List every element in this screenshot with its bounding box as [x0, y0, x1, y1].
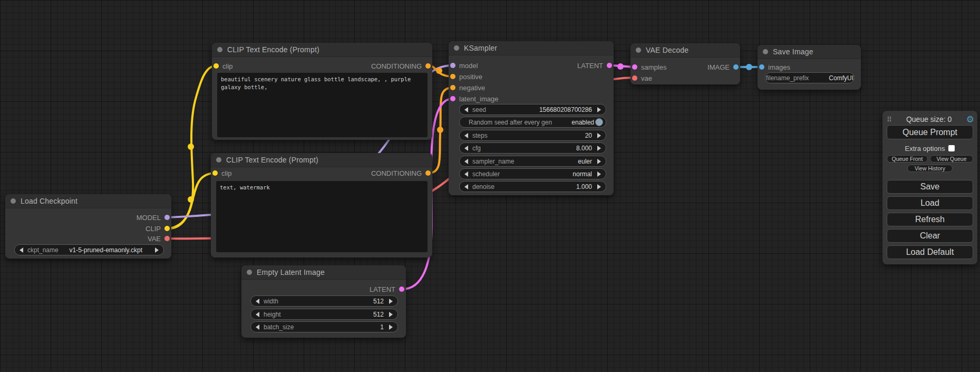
decrement-arrow-icon[interactable] [464, 184, 468, 189]
load-button[interactable]: Load [887, 196, 973, 210]
batch-size-widget[interactable]: batch_size 1 [250, 321, 398, 332]
decrement-arrow-icon[interactable] [256, 312, 259, 317]
port-row: clip CONDITIONING [211, 168, 432, 178]
load-default-button[interactable]: Load Default [887, 245, 973, 259]
steps-widget[interactable]: steps 20 [459, 130, 606, 141]
collapse-icon[interactable] [216, 157, 221, 163]
collapse-icon[interactable] [636, 47, 641, 53]
vae-input-port[interactable] [632, 75, 637, 81]
toggle-on-icon[interactable] [595, 118, 603, 126]
collapse-icon[interactable] [763, 49, 768, 54]
port-row-model: model LATENT [449, 60, 614, 71]
decrement-arrow-icon[interactable] [464, 159, 468, 164]
decrement-arrow-icon[interactable] [464, 107, 468, 112]
latent-image-input-port[interactable] [450, 96, 455, 101]
decrement-arrow-icon[interactable] [464, 133, 468, 138]
drag-handle-icon[interactable]: ⠿ [887, 116, 892, 123]
output-label-model: MODEL [137, 214, 161, 222]
save-button[interactable]: Save [887, 180, 973, 194]
port-row-negative: negative [449, 82, 614, 93]
decrement-arrow-icon[interactable] [256, 325, 259, 330]
node-vae-decode-titlebar[interactable]: VAE Decode [630, 43, 740, 58]
comfyui-canvas[interactable]: { "icons": { "settings_gear": "⚙", "drag… [0, 0, 980, 372]
seed-widget[interactable]: seed 156680208700286 [459, 104, 606, 115]
node-clip-negative-titlebar[interactable]: CLIP Text Encode (Prompt) [211, 153, 432, 167]
height-widget[interactable]: height 512 [250, 309, 398, 320]
negative-input-port[interactable] [450, 85, 455, 90]
scheduler-widget[interactable]: scheduler normal [459, 168, 606, 179]
extra-options-checkbox[interactable] [948, 145, 955, 151]
node-load-checkpoint-titlebar[interactable]: Load Checkpoint [5, 194, 171, 208]
denoise-widget[interactable]: denoise 1.000 [459, 181, 606, 192]
positive-prompt-textarea[interactable]: beautiful scenery nature glass bottle la… [217, 73, 428, 137]
increment-arrow-icon[interactable] [155, 247, 159, 253]
increment-arrow-icon[interactable] [389, 299, 393, 304]
collapse-icon[interactable] [11, 198, 16, 204]
images-input-port[interactable] [759, 64, 764, 70]
ckpt-name-widget[interactable]: ckpt_name v1-5-pruned-emaonly.ckpt [14, 244, 164, 255]
widget-value: 1 [380, 323, 384, 331]
increment-arrow-icon[interactable] [597, 184, 601, 189]
link-midpoint-dot[interactable] [188, 196, 194, 203]
decrement-arrow-icon[interactable] [464, 171, 468, 177]
collapse-icon[interactable] [217, 47, 222, 52]
positive-input-port[interactable] [450, 74, 455, 79]
collapse-icon[interactable] [454, 45, 459, 51]
link-midpoint-dot[interactable] [617, 63, 624, 70]
input-label-negative: negative [459, 84, 485, 92]
latent-output-port[interactable] [607, 63, 612, 68]
increment-arrow-icon[interactable] [597, 146, 601, 151]
vae-output-port[interactable] [164, 236, 170, 241]
increment-arrow-icon[interactable] [597, 107, 601, 112]
model-output-port[interactable] [164, 215, 170, 220]
node-clip-positive-titlebar[interactable]: CLIP Text Encode (Prompt) [212, 43, 432, 57]
decrement-arrow-icon[interactable] [20, 247, 23, 253]
negative-prompt-textarea[interactable]: text, watermark [216, 181, 428, 252]
model-input-port[interactable] [450, 63, 455, 68]
samples-input-port[interactable] [632, 64, 637, 70]
view-history-button[interactable]: View History [907, 165, 953, 172]
clip-input-port[interactable] [212, 170, 218, 176]
conditioning-output-port[interactable] [425, 63, 431, 69]
refresh-button[interactable]: Refresh [887, 213, 973, 226]
latent-output-port[interactable] [399, 287, 404, 292]
link-midpoint-dot[interactable] [188, 144, 194, 150]
output-label-latent: LATENT [370, 285, 395, 293]
node-title: Load Checkpoint [21, 197, 77, 205]
input-label-samples: samples [641, 63, 666, 71]
clip-output-port[interactable] [164, 226, 170, 231]
conditioning-output-port[interactable] [425, 170, 431, 176]
decrement-arrow-icon[interactable] [256, 299, 259, 304]
filename-prefix-widget[interactable]: filename_prefix ComfyUI [765, 72, 855, 83]
node-clip-text-encode-positive: CLIP Text Encode (Prompt) clip CONDITION… [212, 43, 432, 140]
node-ksampler-titlebar[interactable]: KSampler [449, 41, 614, 55]
widget-label: Random seed after every gen [469, 119, 552, 126]
decrement-arrow-icon[interactable] [464, 146, 468, 151]
queue-front-button[interactable]: Queue Front [887, 155, 928, 163]
width-widget[interactable]: width 512 [250, 295, 398, 307]
increment-arrow-icon[interactable] [389, 312, 393, 317]
port-row-images: images [758, 62, 861, 72]
increment-arrow-icon[interactable] [597, 171, 601, 177]
random-seed-toggle-widget[interactable]: Random seed after every gen enabled [459, 117, 606, 128]
node-save-image-titlebar[interactable]: Save Image [758, 45, 861, 59]
image-output-port[interactable] [733, 64, 739, 70]
widget-value: 1.000 [576, 183, 592, 190]
queue-prompt-button[interactable]: Queue Prompt [887, 125, 973, 139]
link-midpoint-dot[interactable] [437, 127, 443, 133]
collapse-icon[interactable] [247, 270, 252, 275]
link-midpoint-dot[interactable] [436, 68, 442, 74]
view-queue-button[interactable]: View Queue [930, 155, 973, 163]
sampler-name-widget[interactable]: sampler_name euler [459, 156, 606, 167]
node-empty-latent-titlebar[interactable]: Empty Latent Image [241, 265, 406, 280]
increment-arrow-icon[interactable] [597, 159, 601, 164]
clear-button[interactable]: Clear [887, 229, 973, 243]
input-label-latent-image: latent_image [459, 95, 498, 103]
increment-arrow-icon[interactable] [597, 133, 601, 138]
link-midpoint-dot[interactable] [746, 64, 752, 70]
queue-panel-header: ⠿ Queue size: 0 ⚙ [887, 114, 974, 125]
cfg-widget[interactable]: cfg 8.000 [459, 142, 606, 154]
clip-input-port[interactable] [214, 63, 219, 69]
increment-arrow-icon[interactable] [389, 325, 393, 330]
settings-gear-icon[interactable]: ⚙ [966, 115, 974, 124]
